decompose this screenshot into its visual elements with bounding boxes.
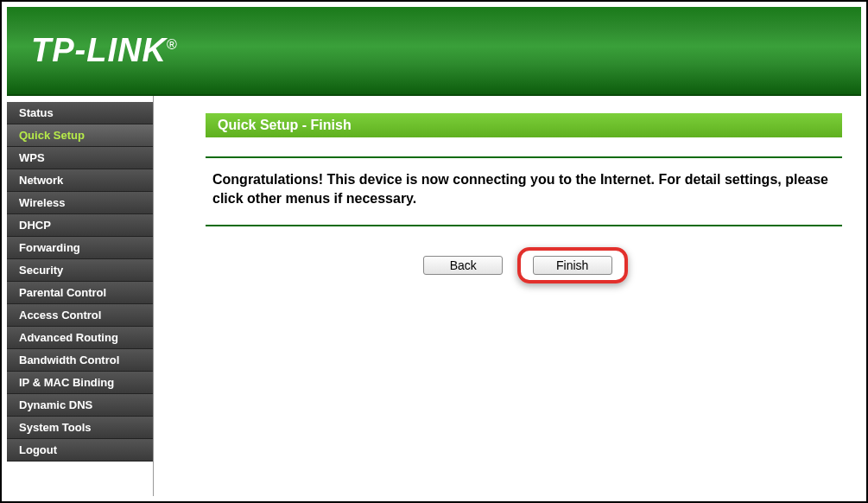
sidebar-item-label: Forwarding bbox=[19, 241, 80, 254]
sidebar-item-status[interactable]: Status bbox=[7, 102, 153, 124]
sidebar-item-label: WPS bbox=[19, 151, 45, 164]
sidebar-item-bandwidth-control[interactable]: Bandwidth Control bbox=[7, 349, 153, 372]
sidebar-item-label: Dynamic DNS bbox=[19, 398, 92, 411]
sidebar-item-forwarding[interactable]: Forwarding bbox=[7, 237, 153, 259]
sidebar-item-label: Network bbox=[19, 174, 63, 187]
sidebar-item-label: Access Control bbox=[19, 309, 101, 322]
sidebar-item-dhcp[interactable]: DHCP bbox=[7, 214, 153, 237]
sidebar-item-wireless[interactable]: Wireless bbox=[7, 192, 153, 214]
back-button[interactable]: Back bbox=[423, 256, 503, 275]
sidebar-item-network[interactable]: Network bbox=[7, 169, 153, 192]
sidebar-item-wps[interactable]: WPS bbox=[7, 147, 153, 169]
brand-text: TP-LINK bbox=[31, 32, 167, 68]
sidebar-item-label: Logout bbox=[19, 443, 57, 456]
sidebar-item-security[interactable]: Security bbox=[7, 259, 153, 282]
registered-icon: ® bbox=[167, 37, 178, 52]
sidebar-item-dynamic-dns[interactable]: Dynamic DNS bbox=[7, 394, 153, 417]
sidebar-item-label: Parental Control bbox=[19, 286, 106, 299]
app-inner: TP-LINK® StatusQuick SetupWPSNetworkWire… bbox=[7, 7, 861, 496]
sidebar-item-label: IP & MAC Binding bbox=[19, 376, 114, 389]
header: TP-LINK® bbox=[7, 7, 861, 96]
sidebar-item-system-tools[interactable]: System Tools bbox=[7, 417, 153, 439]
sidebar: StatusQuick SetupWPSNetworkWirelessDHCPF… bbox=[7, 96, 154, 496]
page-title: Quick Setup - Finish bbox=[206, 113, 842, 137]
sidebar-item-logout[interactable]: Logout bbox=[7, 439, 153, 462]
congrats-message: Congratulations! This device is now conn… bbox=[212, 170, 842, 207]
body: StatusQuick SetupWPSNetworkWirelessDHCPF… bbox=[7, 96, 861, 496]
sidebar-item-label: Advanced Routing bbox=[19, 331, 118, 344]
sidebar-item-quick-setup[interactable]: Quick Setup bbox=[7, 124, 153, 147]
app-frame: TP-LINK® StatusQuick SetupWPSNetworkWire… bbox=[0, 0, 868, 503]
sidebar-item-label: Wireless bbox=[19, 196, 65, 209]
finish-highlight: Finish bbox=[517, 247, 628, 283]
sidebar-item-label: System Tools bbox=[19, 421, 92, 434]
sidebar-item-label: DHCP bbox=[19, 219, 51, 232]
sidebar-item-label: Status bbox=[19, 106, 54, 119]
sidebar-item-label: Quick Setup bbox=[19, 129, 85, 142]
divider-top bbox=[206, 156, 842, 158]
finish-button[interactable]: Finish bbox=[533, 256, 612, 275]
brand-logo: TP-LINK® bbox=[31, 32, 178, 69]
sidebar-item-label: Bandwidth Control bbox=[19, 353, 119, 366]
sidebar-item-advanced-routing[interactable]: Advanced Routing bbox=[7, 327, 153, 349]
button-row: Back Finish bbox=[206, 239, 842, 283]
sidebar-item-label: Security bbox=[19, 264, 63, 277]
content: Quick Setup - Finish Congratulations! Th… bbox=[154, 96, 861, 496]
sidebar-item-ip-mac-binding[interactable]: IP & MAC Binding bbox=[7, 372, 153, 394]
sidebar-item-parental-control[interactable]: Parental Control bbox=[7, 282, 153, 304]
divider-bottom bbox=[206, 225, 842, 226]
sidebar-item-access-control[interactable]: Access Control bbox=[7, 304, 153, 327]
